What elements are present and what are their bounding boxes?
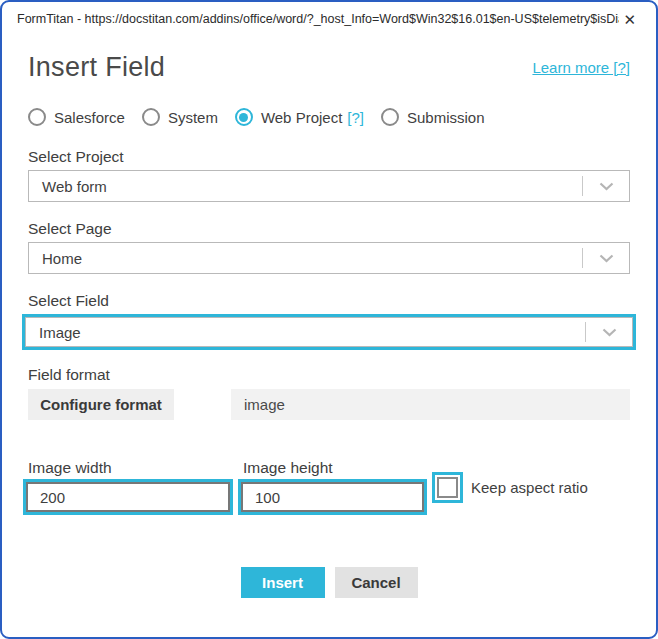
- field-format-group: Field format Configure format image: [28, 366, 630, 420]
- close-icon: ✕: [623, 11, 636, 28]
- page-title: Insert Field: [28, 50, 165, 84]
- select-field-label: Select Field: [28, 292, 630, 310]
- radio-icon: [381, 108, 399, 126]
- image-width-group: Image width: [23, 459, 233, 515]
- dropdown-value: Home: [29, 250, 582, 267]
- chevron-down-icon: [583, 254, 629, 263]
- select-page-dropdown[interactable]: Home: [28, 242, 630, 274]
- help-link[interactable]: [?]: [347, 109, 364, 126]
- selection-highlight: [23, 479, 233, 515]
- chevron-down-icon: [586, 328, 632, 337]
- dialog-content: Insert Field Learn more [?] Salesforce S…: [2, 34, 656, 637]
- radio-icon: [28, 108, 46, 126]
- image-height-group: Image height: [238, 459, 427, 515]
- radio-label: System: [168, 109, 218, 126]
- image-height-label: Image height: [243, 459, 427, 477]
- chevron-down-icon: [583, 182, 629, 191]
- select-page-group: Select Page Home: [28, 220, 630, 274]
- source-radio-group: Salesforce System Web Project [?] Submis…: [28, 108, 630, 126]
- format-value-field: image: [231, 389, 630, 420]
- select-project-group: Select Project Web form: [28, 148, 630, 202]
- selection-highlight: [432, 472, 463, 503]
- radio-icon: [235, 108, 253, 126]
- close-button[interactable]: ✕: [619, 10, 640, 29]
- insert-button[interactable]: Insert: [241, 567, 325, 598]
- selection-highlight: [238, 479, 427, 515]
- radio-label: Submission: [407, 109, 485, 126]
- radio-label: Web Project: [261, 109, 342, 126]
- select-page-label: Select Page: [28, 220, 630, 238]
- title-bar: FormTitan - https://docstitan.com/addins…: [2, 2, 656, 34]
- selection-highlight: Image: [22, 314, 636, 350]
- insert-field-dialog: FormTitan - https://docstitan.com/addins…: [0, 0, 658, 639]
- header-row: Insert Field Learn more [?]: [28, 50, 630, 84]
- radio-option-submission[interactable]: Submission: [381, 108, 485, 126]
- field-format-label: Field format: [28, 366, 630, 384]
- dropdown-value: Image: [26, 324, 585, 341]
- radio-option-salesforce[interactable]: Salesforce: [28, 108, 125, 126]
- radio-icon: [142, 108, 160, 126]
- radio-option-web-project[interactable]: Web Project [?]: [235, 108, 364, 126]
- dimensions-row: Image width Image height Keep aspect rat…: [28, 459, 630, 515]
- select-field-dropdown[interactable]: Image: [25, 317, 633, 347]
- select-field-group: Select Field Image: [28, 292, 630, 350]
- keep-aspect-group: Keep aspect ratio: [432, 472, 588, 503]
- configure-format-button[interactable]: Configure format: [28, 389, 174, 420]
- select-project-label: Select Project: [28, 148, 630, 166]
- radio-label: Salesforce: [54, 109, 125, 126]
- image-width-label: Image width: [28, 459, 233, 477]
- image-width-input[interactable]: [26, 482, 230, 512]
- keep-aspect-checkbox[interactable]: [437, 477, 458, 498]
- image-height-input[interactable]: [241, 482, 424, 512]
- window-title: FormTitan - https://docstitan.com/addins…: [17, 12, 619, 26]
- field-format-row: Configure format image: [28, 389, 630, 420]
- select-project-dropdown[interactable]: Web form: [28, 170, 630, 202]
- cancel-button[interactable]: Cancel: [335, 567, 418, 598]
- radio-option-system[interactable]: System: [142, 108, 218, 126]
- keep-aspect-label: Keep aspect ratio: [471, 479, 588, 496]
- learn-more-link[interactable]: Learn more [?]: [532, 59, 630, 76]
- action-buttons-row: Insert Cancel: [28, 567, 630, 598]
- dropdown-value: Web form: [29, 178, 582, 195]
